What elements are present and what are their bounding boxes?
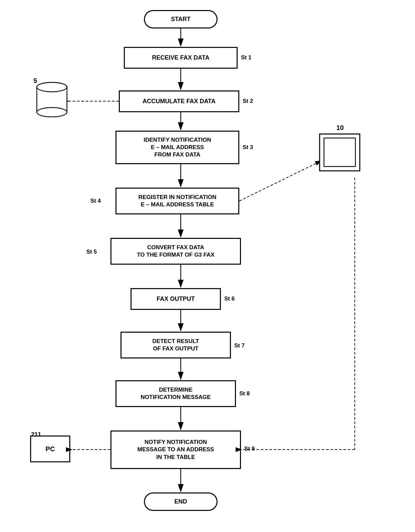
st6-label: St 6 — [224, 295, 235, 302]
start-label: START — [171, 15, 191, 23]
identify-notification-shape: IDENTIFY NOTIFICATION E – MAIL ADDRESS F… — [115, 131, 239, 164]
notify-message-label: NOTIFY NOTIFICATION MESSAGE TO AN ADDRES… — [138, 439, 214, 461]
cylinder-shape — [33, 80, 70, 117]
st8-label: St 8 — [239, 390, 250, 397]
pc-label: PC — [46, 445, 55, 453]
svg-rect-23 — [324, 138, 355, 167]
register-notification-label: REGISTER IN NOTIFICATION E – MAIL ADDRES… — [139, 194, 217, 208]
fax-output-label: FAX OUTPUT — [157, 295, 195, 303]
determine-notification-label: DETERMINE NOTIFICATION MESSAGE — [141, 386, 211, 401]
receive-fax-data-shape: RECEIVE FAX DATA — [124, 47, 238, 69]
accumulate-fax-data-shape: ACCUMULATE FAX DATA — [119, 90, 239, 112]
determine-notification-shape: DETERMINE NOTIFICATION MESSAGE — [115, 380, 236, 407]
receive-fax-data-label: RECEIVE FAX DATA — [152, 54, 209, 62]
fax-output-shape: FAX OUTPUT — [131, 288, 221, 310]
pc-shape: PC — [30, 436, 70, 462]
flowchart-diagram: START RECEIVE FAX DATA St 1 ACCUMULATE F… — [0, 0, 415, 532]
st7-label: St 7 — [234, 342, 245, 349]
identify-notification-label: IDENTIFY NOTIFICATION E – MAIL ADDRESS F… — [144, 136, 211, 158]
accumulate-fax-data-label: ACCUMULATE FAX DATA — [143, 97, 216, 105]
monitor-label: 10 — [336, 124, 344, 132]
st9-label: St 9 — [244, 446, 255, 452]
svg-point-19 — [37, 108, 67, 117]
detect-result-shape: DETECT RESULT OF FAX OUTPUT — [120, 332, 231, 358]
monitor-shape — [318, 127, 361, 178]
end-label: END — [174, 498, 187, 506]
st4-label: St 4 — [90, 198, 101, 204]
st5-label: St 5 — [86, 249, 97, 255]
st1-label: St 1 — [241, 54, 251, 61]
notify-message-shape: NOTIFY NOTIFICATION MESSAGE TO AN ADDRES… — [110, 430, 241, 469]
svg-line-13 — [239, 161, 321, 201]
st2-label: St 2 — [243, 98, 253, 105]
detect-result-label: DETECT RESULT OF FAX OUTPUT — [152, 338, 199, 352]
cylinder-label: 5 — [33, 77, 37, 85]
convert-fax-shape: CONVERT FAX DATA TO THE FORMAT OF G3 FAX — [110, 238, 241, 265]
start-shape: START — [144, 10, 218, 28]
end-shape: END — [144, 492, 218, 511]
register-notification-shape: REGISTER IN NOTIFICATION E – MAIL ADDRES… — [115, 188, 239, 214]
svg-point-21 — [37, 82, 67, 92]
pc-number-label: 211 — [31, 431, 41, 438]
convert-fax-label: CONVERT FAX DATA TO THE FORMAT OF G3 FAX — [137, 244, 215, 259]
st3-label: St 3 — [243, 144, 253, 151]
